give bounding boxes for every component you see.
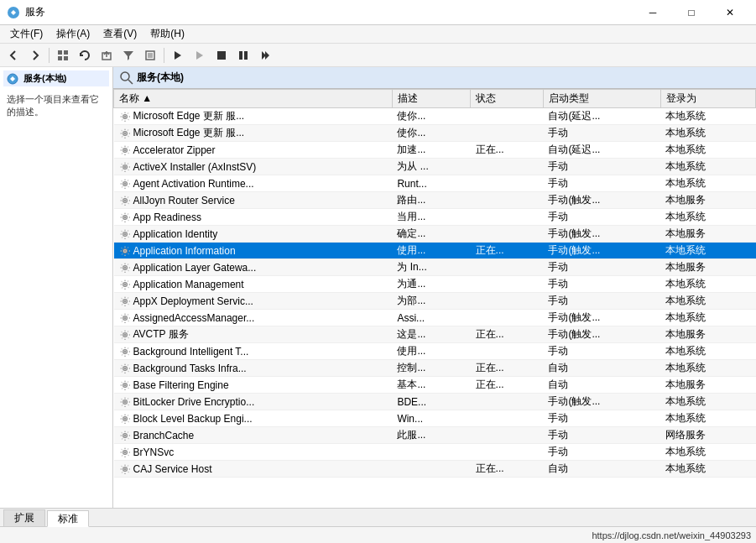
service-startup-cell: 自动 — [543, 360, 660, 377]
services-table-container[interactable]: 名称 ▲ 描述 状态 启动类型 登录为 Microsoft — [113, 89, 756, 508]
table-row[interactable]: AppX Deployment Servic... 为部...手动本地系统 — [114, 293, 756, 310]
service-desc-cell: BDE... — [392, 394, 470, 410]
refresh-button[interactable] — [75, 46, 95, 65]
table-row[interactable]: Application Layer Gatewa... 为 In...手动本地服… — [114, 259, 756, 276]
service-status-cell: 正在... — [471, 461, 544, 478]
service-startup-cell: 自动 — [543, 377, 660, 394]
service-logon-cell: 本地系统 — [660, 343, 755, 360]
restart-button[interactable] — [255, 46, 275, 65]
properties-button[interactable] — [140, 46, 160, 65]
play2-icon — [194, 50, 206, 61]
service-logon-cell: 本地系统 — [660, 310, 755, 326]
table-row[interactable]: Accelerator Zipper 加速...正在...自动(延迟...本地系… — [114, 142, 756, 159]
table-row[interactable]: Agent Activation Runtime... Runt...手动本地系… — [114, 175, 756, 192]
col-startup[interactable]: 启动类型 — [543, 90, 660, 108]
service-gear-icon — [119, 144, 131, 156]
menu-file[interactable]: 文件(F) — [3, 25, 50, 43]
service-name-cell: Background Tasks Infra... — [114, 360, 393, 377]
menu-help[interactable]: 帮助(H) — [143, 25, 191, 43]
svg-point-65 — [124, 351, 126, 352]
menu-view[interactable]: 查看(V) — [96, 25, 143, 43]
service-name-cell: App Readiness — [114, 209, 393, 226]
minimize-button[interactable]: ─ — [633, 0, 672, 25]
filter-button[interactable] — [118, 46, 138, 65]
service-logon-cell: 本地系统 — [660, 175, 755, 192]
service-status-cell: 正在... — [471, 377, 544, 394]
service-desc-cell: 为部... — [392, 293, 470, 310]
col-desc[interactable]: 描述 — [392, 90, 470, 108]
service-logon-cell: 本地服务 — [660, 226, 755, 243]
stop-button[interactable] — [211, 46, 232, 65]
table-row[interactable]: Block Level Backup Engi... Win...手动本地系统 — [114, 410, 756, 427]
resume-button[interactable] — [190, 46, 210, 65]
table-row[interactable]: Application Identity 确定...手动(触发...本地服务 — [114, 226, 756, 243]
back-button[interactable] — [3, 46, 23, 65]
service-logon-cell: 本地服务 — [660, 192, 755, 209]
svg-point-47 — [124, 250, 126, 252]
svg-point-41 — [124, 217, 126, 218]
table-row[interactable]: Background Intelligent T... 使用...手动本地系统 — [114, 343, 756, 360]
table-row[interactable]: AllJoyn Router Service 路由...手动(触发...本地服务 — [114, 192, 756, 209]
service-startup-cell: 手动 — [543, 293, 660, 310]
view-button[interactable] — [53, 46, 73, 65]
service-status-cell — [471, 276, 544, 293]
main-area: 服务(本地) 选择一个项目来查看它的描述。 服务(本地) 名称 ▲ — [0, 67, 756, 508]
filter-icon — [123, 50, 134, 61]
right-panel: 服务(本地) 名称 ▲ 描述 状态 启动类型 登录为 — [113, 67, 756, 508]
export-button[interactable] — [96, 46, 117, 65]
restart-icon — [259, 50, 271, 61]
table-row[interactable]: Background Tasks Infra... 控制...正在...自动本地… — [114, 360, 756, 377]
svg-point-71 — [124, 384, 126, 386]
service-startup-cell: 手动 — [543, 259, 660, 276]
table-row[interactable]: BitLocker Drive Encryptio... BDE...手动(触发… — [114, 394, 756, 410]
service-logon-cell: 本地系统 — [660, 461, 755, 478]
table-row[interactable]: Microsoft Edge 更新 服... 使你...手动本地系统 — [114, 125, 756, 142]
service-gear-icon — [119, 128, 131, 139]
forward-button[interactable] — [25, 46, 45, 65]
back-icon — [8, 50, 19, 61]
service-status-cell — [471, 394, 544, 410]
service-logon-cell: 本地系统 — [660, 125, 755, 142]
svg-rect-2 — [64, 50, 68, 55]
service-desc-cell: Win... — [392, 410, 470, 427]
service-logon-cell: 本地系统 — [660, 209, 755, 226]
table-row[interactable]: BrYNSvc 手动本地系统 — [114, 444, 756, 461]
service-desc-cell: 为 In... — [392, 259, 470, 276]
service-name-cell: AppX Deployment Servic... — [114, 293, 393, 310]
svg-line-20 — [128, 80, 133, 84]
table-row[interactable]: AssignedAccessManager... Assi...手动(触发...… — [114, 310, 756, 326]
service-desc-cell: 使你... — [392, 125, 470, 142]
table-row[interactable]: Application Management 为通...手动本地系统 — [114, 276, 756, 293]
table-row[interactable]: BranchCache 此服...手动网络服务 — [114, 427, 756, 444]
service-desc-cell: 当用... — [392, 209, 470, 226]
start-button[interactable] — [168, 46, 188, 65]
pause-button[interactable] — [233, 46, 253, 65]
table-row[interactable]: Microsoft Edge 更新 服... 使你...自动(延迟...本地系统 — [114, 108, 756, 125]
table-row[interactable]: ActiveX Installer (AxInstSV) 为从 ...手动本地系… — [114, 159, 756, 175]
svg-point-26 — [124, 133, 126, 134]
col-logon[interactable]: 登录为 — [660, 90, 755, 108]
service-name-cell: Base Filtering Engine — [114, 377, 393, 394]
col-status[interactable]: 状态 — [471, 90, 544, 108]
table-row[interactable]: AVCTP 服务 这是...正在...手动(触发...本地服务 — [114, 326, 756, 343]
service-startup-cell: 手动 — [543, 175, 660, 192]
service-desc-cell: Runt... — [392, 175, 470, 192]
service-status-cell: 正在... — [471, 326, 544, 343]
svg-point-59 — [124, 317, 126, 319]
table-row[interactable]: App Readiness 当用...手动本地系统 — [114, 209, 756, 226]
service-name-cell: Application Layer Gatewa... — [114, 259, 393, 276]
svg-point-32 — [124, 166, 126, 168]
service-status-cell — [471, 159, 544, 175]
table-row[interactable]: CAJ Service Host 正在...自动本地系统 — [114, 461, 756, 478]
tab-standard[interactable]: 标准 — [47, 510, 89, 527]
close-button[interactable]: ✕ — [711, 0, 749, 25]
col-name[interactable]: 名称 ▲ — [114, 90, 393, 108]
table-row[interactable]: Application Information 使用...正在...手动(触发.… — [114, 243, 756, 259]
menu-action[interactable]: 操作(A) — [50, 25, 96, 43]
service-name-cell: AllJoyn Router Service — [114, 192, 393, 209]
svg-point-86 — [124, 468, 126, 470]
tab-extend[interactable]: 扩展 — [3, 509, 45, 526]
service-logon-cell: 本地服务 — [660, 259, 755, 276]
maximize-button[interactable]: □ — [672, 0, 711, 25]
table-row[interactable]: Base Filtering Engine 基本...正在...自动本地服务 — [114, 377, 756, 394]
